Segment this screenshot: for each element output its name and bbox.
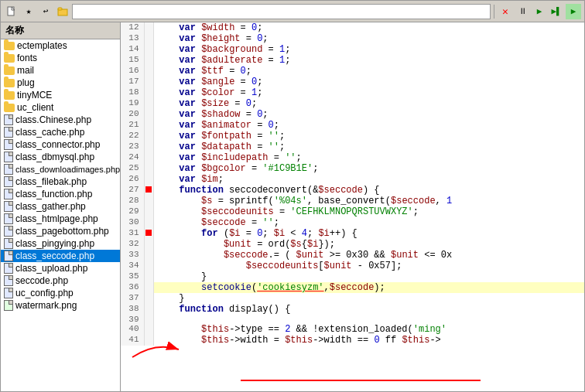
sidebar-item-plug[interactable]: plug [1, 77, 120, 89]
line-marker [144, 228, 153, 239]
address-bar[interactable]: /wwwroot/public/ [72, 4, 491, 19]
line-marker [144, 174, 153, 185]
line-marker [144, 185, 153, 196]
line-number: 21 [121, 120, 144, 131]
code-line[interactable]: var $fontpath = ''; [153, 131, 584, 141]
sidebar-item-seccode[interactable]: class_seccode.php [1, 250, 120, 262]
code-line[interactable]: var $height = 0; [153, 33, 584, 44]
folder-button[interactable] [55, 4, 70, 19]
svg-rect-3 [58, 8, 62, 10]
code-line[interactable]: $seccode.= ( $unit >= 0x30 && $unit <= 0… [153, 250, 584, 261]
sidebar-header: 名称 [1, 22, 120, 39]
code-line[interactable]: var $shadow = 0; [153, 109, 584, 120]
code-line[interactable] [153, 315, 584, 324]
php-file-icon [4, 139, 13, 150]
line-number: 24 [121, 152, 144, 163]
sidebar-item-downloadimages[interactable]: class_downloadimages.php [1, 163, 120, 176]
main-content: 名称 ectemplates fonts mail plug tinyMCE u… [1, 22, 584, 391]
code-line[interactable]: $seccodeunits[$unit - 0x57]; [153, 261, 584, 271]
code-line[interactable]: var $adulterate = 1; [153, 55, 584, 66]
line-marker [144, 293, 153, 304]
line-number: 31 [121, 228, 144, 239]
line-number: 22 [121, 131, 144, 141]
line-marker [144, 120, 153, 131]
sidebar-item-dbmysql[interactable]: class_dbmysql.php [1, 151, 120, 163]
png-file-icon [4, 300, 13, 311]
sidebar-item-watermark[interactable]: watermark.png [1, 299, 120, 312]
line-number: 41 [121, 335, 144, 346]
sidebar-item-tinymce[interactable]: tinyMCE [1, 89, 120, 101]
code-line[interactable]: setcookie('cookiesyzm',$seccode); [153, 282, 584, 293]
line-marker [144, 22, 153, 33]
code-line[interactable]: var $ttf = 0; [153, 66, 584, 77]
line-marker [144, 44, 153, 55]
back-button[interactable]: ↩ [38, 4, 53, 19]
php-file-icon [4, 176, 13, 187]
code-editor[interactable]: 12 var $width = 0;13 var $height = 0;14 … [121, 22, 584, 391]
line-number: 17 [121, 77, 144, 87]
new-button[interactable] [4, 4, 19, 19]
sidebar-item-upload[interactable]: class_upload.php [1, 262, 120, 274]
line-marker [144, 335, 153, 346]
sidebar-item-cache[interactable]: class_cache.php [1, 126, 120, 138]
line-number: 29 [121, 206, 144, 217]
run-button[interactable]: ▶ [532, 4, 547, 19]
code-line[interactable]: function seccodeconvert(&$seccode) { [153, 185, 584, 196]
code-line[interactable]: var $width = 0; [153, 22, 584, 33]
sidebar-item-function[interactable]: class_function.php [1, 188, 120, 200]
line-marker [144, 239, 153, 250]
code-line[interactable]: $seccodeunits = 'CEFHKLMNOPQRSTUVWXYZ'; [153, 206, 584, 217]
code-line[interactable]: function display() { [153, 304, 584, 315]
code-line[interactable]: var $background = 1; [153, 44, 584, 55]
star-button[interactable]: ★ [21, 4, 36, 19]
code-line[interactable]: $s = sprintf('%04s', base_convert($secco… [153, 196, 584, 206]
code-line[interactable]: var $angle = 0; [153, 77, 584, 87]
code-line[interactable]: var $bgcolor = '#1C9B1E'; [153, 163, 584, 174]
code-line[interactable]: var $datapath = ''; [153, 141, 584, 152]
pause-button[interactable]: ⏸ [515, 4, 530, 19]
line-marker [144, 196, 153, 206]
sidebar-item-gather[interactable]: class_gather.php [1, 200, 120, 213]
sidebar-item-fonts[interactable]: fonts [1, 52, 120, 64]
line-marker [144, 152, 153, 163]
stop-button[interactable]: ✕ [498, 4, 513, 19]
code-line[interactable]: var $animator = 0; [153, 120, 584, 131]
run3-button[interactable]: ▶ [566, 4, 581, 19]
line-marker [144, 163, 153, 174]
line-number: 34 [121, 261, 144, 271]
code-line[interactable]: $this->type == 2 && !extension_loaded('m… [153, 324, 584, 335]
run2-button[interactable]: ▶▌ [549, 4, 564, 19]
sidebar-item-pingying[interactable]: class_pingying.php [1, 237, 120, 250]
code-line[interactable]: $seccode = ''; [153, 217, 584, 228]
sidebar-item-chinese[interactable]: class.Chinese.php [1, 114, 120, 126]
code-line[interactable]: } [153, 271, 584, 282]
sidebar-item-mail[interactable]: mail [1, 64, 120, 77]
line-marker [144, 324, 153, 335]
app-window: ★ ↩ /wwwroot/public/ ✕ ⏸ ▶ ▶▌ ▶ 名称 ectem… [0, 0, 585, 392]
code-line[interactable]: for ($i = 0; $i < 4; $i++) { [153, 228, 584, 239]
code-line[interactable]: } [153, 293, 584, 304]
line-number: 19 [121, 98, 144, 109]
code-line[interactable]: $unit = ord($s{$i}); [153, 239, 584, 250]
line-number: 30 [121, 217, 144, 228]
sidebar-item-uc_client[interactable]: uc_client [1, 101, 120, 114]
sidebar-item-htmlpage[interactable]: class_htmlpage.php [1, 213, 120, 225]
sidebar-item-pagebottom[interactable]: class_pagebottom.php [1, 225, 120, 237]
code-line[interactable]: var $im; [153, 174, 584, 185]
line-number: 37 [121, 293, 144, 304]
code-line[interactable]: var $includepath = ''; [153, 152, 584, 163]
php-file-icon [4, 263, 13, 274]
php-file-icon [4, 152, 13, 162]
php-file-icon [4, 114, 13, 125]
sidebar-item-uc_config[interactable]: uc_config.php [1, 287, 120, 299]
sidebar-item-seccode2[interactable]: seccode.php [1, 274, 120, 287]
sidebar-item-ectemplates[interactable]: ectemplates [1, 39, 120, 52]
folder-icon [4, 91, 15, 100]
code-line[interactable]: var $color = 1; [153, 87, 584, 98]
sidebar-item-filebak[interactable]: class_filebak.php [1, 176, 120, 188]
code-line[interactable]: var $size = 0; [153, 98, 584, 109]
line-marker [144, 55, 153, 66]
sidebar-item-connector[interactable]: class_connector.php [1, 138, 120, 151]
line-number: 38 [121, 304, 144, 315]
code-line[interactable]: $this->width = $this->width == 0 ff $thi… [153, 335, 584, 346]
